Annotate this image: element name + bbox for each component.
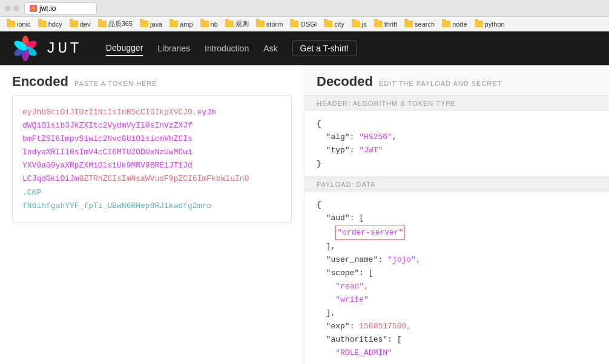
token-red-end: 0ZTRhZCIsImNsaWVudF9pZCI6ImFkbWluIn0: [79, 174, 249, 183]
nav-tshirt[interactable]: Get a T-shirt!: [292, 41, 357, 56]
folder-icon: [475, 21, 483, 27]
bookmark-dev[interactable]: dev: [67, 20, 94, 28]
exp-value: 1568517500,: [359, 322, 411, 331]
bookmark-search[interactable]: search: [401, 20, 438, 28]
bookmark-amp[interactable]: amp: [166, 20, 196, 28]
bookmark-label: java: [150, 21, 162, 28]
encoded-token[interactable]: eyJhbGciOiJIUzI1NiIsInR5cCI6IkpXVCJ9.eyJ…: [12, 96, 292, 223]
bookmarks-bar: ionic hdcy dev 品质365 java amp nb 规则 stor…: [0, 17, 609, 31]
bookmark-city[interactable]: city: [321, 20, 347, 28]
bookmark-nb[interactable]: nb: [197, 20, 221, 28]
nav-links: Debugger Libraries Introduction Ask Get …: [106, 41, 357, 56]
scope-read: "read",: [335, 282, 369, 291]
browser-bar: 🔒 jwt.io: [0, 0, 609, 17]
nav-introduction[interactable]: Introduction: [205, 41, 249, 56]
folder-icon: [140, 21, 148, 27]
back-button[interactable]: [5, 5, 11, 11]
header-section-sub: ALGORITHM & TOKEN TYPE: [353, 100, 456, 107]
bookmark-label: nb: [211, 21, 218, 28]
bookmark-label: search: [415, 21, 435, 28]
bookmark-osgi[interactable]: OSGi: [287, 20, 320, 28]
nav-ask[interactable]: Ask: [263, 41, 277, 56]
main-content: Encoded PASTE A TOKEN HERE eyJhbGciOiJIU…: [0, 65, 609, 364]
token-part2-line3: bmFtZSI6ImpvSiwic2NvcGUiOlsicmVhZCIs: [22, 134, 193, 143]
encoded-subtitle: PASTE A TOKEN HERE: [74, 80, 157, 87]
address-bar[interactable]: 🔒 jwt.io: [24, 2, 97, 15]
payload-open-brace: {: [317, 200, 321, 209]
token-part1: eyJhbGciOiJIUzI1NiIsInR5cCI6IkpXVCJ9: [22, 108, 193, 117]
payload-code[interactable]: { "aud": [ "order-server" ], "user_name"…: [304, 192, 609, 364]
nav-debugger[interactable]: Debugger: [106, 41, 143, 56]
role-value: "ROLE_ADMIN": [335, 348, 392, 357]
decoded-subtitle: EDIT THE PAYLOAD AND SECRET: [379, 80, 502, 87]
folder-icon: [38, 21, 47, 27]
token-part2-line2: dWQiOlsib3JkZXItc2VydmVyIl0sInVzZXJf: [22, 121, 193, 130]
folder-icon: [290, 21, 298, 27]
bookmark-label: node: [452, 21, 467, 28]
payload-section-sub: DATA: [356, 181, 375, 188]
favicon-icon: 🔒: [30, 5, 37, 12]
payload-section-label: PAYLOAD: DATA: [304, 177, 609, 192]
bookmark-label: 品质365: [108, 19, 133, 28]
decoded-panel: Decoded EDIT THE PAYLOAD AND SECRET HEAD…: [304, 65, 609, 364]
decoded-header-section: HEADER: ALGORITHM & TOKEN TYPE { "alg": …: [304, 96, 609, 177]
bookmark-pinzhi365[interactable]: 品质365: [95, 19, 136, 29]
nav-libraries[interactable]: Libraries: [157, 41, 190, 56]
bookmark-label: dev: [80, 21, 91, 28]
typ-key: "typ":: [326, 146, 360, 155]
address-text: jwt.io: [39, 4, 56, 13]
jwt-logo-text: JUT: [46, 39, 82, 57]
bookmark-label: 规则: [235, 19, 249, 28]
header-code[interactable]: { "alg": "HS256", "typ": "JWT" }: [304, 111, 609, 177]
bookmark-node[interactable]: node: [439, 20, 470, 28]
token-part3-end: fN6ihfgahYYF_fpTi_UBwN6RHep9RJ1kwdfg2mro: [22, 201, 211, 210]
bookmark-hdcy[interactable]: hdcy: [35, 20, 65, 28]
bookmark-label: OSGi: [300, 21, 317, 28]
decoded-header: Decoded EDIT THE PAYLOAD AND SECRET: [304, 65, 609, 96]
forward-button[interactable]: [13, 5, 19, 11]
encoded-header: Encoded PASTE A TOKEN HERE: [0, 65, 304, 96]
bookmark-label: amp: [180, 21, 193, 28]
bookmark-storm[interactable]: storm: [253, 20, 286, 28]
decoded-title: Decoded: [317, 74, 373, 89]
jwt-navbar: JUT Debugger Libraries Introduction Ask …: [0, 31, 609, 65]
folder-icon: [442, 21, 450, 27]
header-section-title: HEADER:: [317, 100, 351, 107]
folder-icon: [256, 21, 265, 27]
bookmark-label: python: [485, 21, 505, 28]
folder-icon: [200, 21, 209, 27]
alg-comma: ,: [392, 132, 397, 141]
token-part3: CKP: [27, 188, 41, 197]
folder-icon: [70, 21, 78, 27]
folder-icon: [98, 21, 107, 27]
bookmark-js[interactable]: js: [349, 20, 370, 28]
decoded-payload-section: PAYLOAD: DATA { "aud": [ "order-server" …: [304, 177, 609, 364]
header-open-brace: {: [317, 119, 321, 128]
typ-value: "JWT": [359, 146, 383, 155]
bookmark-python[interactable]: python: [472, 20, 508, 28]
bookmark-label: hdcy: [48, 21, 62, 28]
aud-value-highlight: "order-server": [335, 226, 405, 240]
encoded-panel: Encoded PASTE A TOKEN HERE eyJhbGciOiJIU…: [0, 65, 304, 364]
bookmark-ionic[interactable]: ionic: [4, 20, 34, 28]
scope-close: ],: [326, 308, 336, 317]
folder-icon: [404, 21, 413, 27]
jwt-logo[interactable]: JUT: [12, 35, 82, 62]
exp-key: "exp":: [326, 322, 360, 331]
browser-controls: [5, 5, 19, 11]
header-close-brace: }: [317, 159, 321, 168]
header-section-label: HEADER: ALGORITHM & TOKEN TYPE: [304, 96, 609, 111]
authorities-key: "authorities": [: [326, 335, 402, 344]
bookmark-guize[interactable]: 规则: [222, 19, 252, 29]
bookmark-thrift[interactable]: thrift: [371, 20, 400, 28]
folder-icon: [170, 21, 178, 27]
aud-close: ],: [326, 242, 336, 251]
folder-icon: [374, 21, 383, 27]
token-dot1: .: [193, 108, 197, 117]
folder-icon: [352, 21, 360, 27]
folder-icon: [324, 21, 332, 27]
alg-value: "HS256": [359, 132, 392, 141]
bookmark-label: js: [362, 21, 367, 28]
bookmark-java[interactable]: java: [137, 20, 165, 28]
token-dot2: .: [22, 188, 27, 197]
